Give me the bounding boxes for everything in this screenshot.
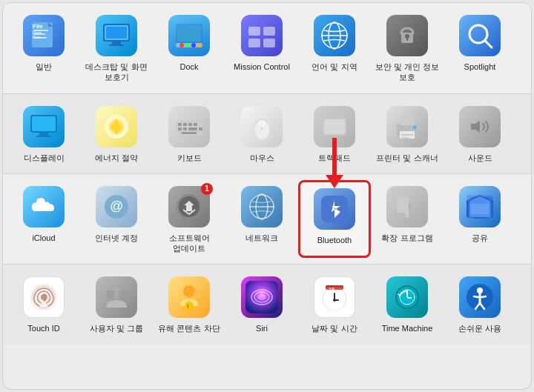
icon-accessibility bbox=[458, 275, 502, 319]
label-users: 사용자 및 그룹 bbox=[90, 323, 143, 333]
svg-line-31 bbox=[485, 41, 492, 47]
svg-point-82 bbox=[185, 302, 194, 310]
label-language: 언어 및 지역 bbox=[312, 62, 357, 72]
pref-item-icloud[interactable]: iCloud bbox=[7, 180, 80, 259]
pref-item-siri[interactable]: Siri bbox=[225, 270, 298, 338]
svg-rect-20 bbox=[263, 27, 275, 36]
icon-language bbox=[312, 13, 357, 58]
pref-item-keyboard[interactable]: 키보드 bbox=[153, 100, 225, 167]
icon-icloud bbox=[22, 185, 66, 229]
section-section1: File New Doc 일반 데스크탑 및 화면 보호기 Dock bbox=[3, 3, 531, 94]
icon-timemachine bbox=[385, 275, 429, 319]
label-mouse: 마우스 bbox=[250, 153, 274, 163]
system-preferences-window: File New Doc 일반 데스크탑 및 화면 보호기 Dock bbox=[2, 2, 532, 390]
label-security: 보안 및 개인 정보 보호 bbox=[374, 62, 441, 83]
section-section3: iCloud @ 인터넷 계정1 소프트웨어 업데이트 네트워크 Bluetoo… bbox=[3, 174, 531, 265]
svg-rect-74 bbox=[471, 204, 489, 214]
section-section4: Touch ID 사용자 및 그룹 ! 유해 콘텐츠 차단 bbox=[3, 265, 531, 344]
icon-general: File New Doc bbox=[22, 13, 66, 58]
pref-item-mouse[interactable]: 마우스 bbox=[225, 100, 298, 167]
svg-rect-44 bbox=[183, 127, 187, 130]
pref-item-datetime[interactable]: 18 날짜 및 시간 bbox=[298, 270, 371, 338]
icon-display bbox=[22, 104, 66, 149]
icon-dock bbox=[167, 13, 211, 58]
label-share: 공유 bbox=[472, 233, 488, 243]
svg-rect-70 bbox=[410, 202, 418, 208]
svg-rect-53 bbox=[324, 119, 345, 134]
label-touchid: Touch ID bbox=[27, 323, 59, 333]
svg-point-95 bbox=[333, 299, 336, 302]
svg-point-18 bbox=[197, 43, 202, 47]
pref-item-sound[interactable]: 사운드 bbox=[444, 100, 516, 167]
icon-software: 1 bbox=[167, 185, 211, 229]
svg-rect-57 bbox=[401, 134, 413, 136]
pref-item-mission[interactable]: Mission Control bbox=[225, 9, 298, 87]
icon-spotlight bbox=[458, 13, 502, 58]
svg-rect-47 bbox=[182, 132, 197, 134]
label-timemachine: Time Machine bbox=[382, 323, 433, 333]
svg-rect-43 bbox=[178, 127, 182, 130]
pref-item-dock[interactable]: Dock bbox=[153, 9, 225, 87]
label-energy: 에너지 절약 bbox=[95, 153, 138, 163]
icon-energy bbox=[94, 104, 139, 149]
icon-desktop bbox=[94, 13, 139, 58]
label-accessibility: 손쉬운 사용 bbox=[458, 323, 501, 333]
label-keyboard: 키보드 bbox=[177, 153, 202, 163]
pref-item-bluetooth[interactable]: Bluetooth bbox=[298, 180, 371, 259]
svg-rect-45 bbox=[188, 127, 197, 130]
label-bluetooth: Bluetooth bbox=[317, 235, 352, 245]
pref-item-security[interactable]: 보안 및 개인 정보 보호 bbox=[371, 9, 444, 87]
pref-item-display[interactable]: 디스플레이 bbox=[7, 100, 80, 167]
svg-point-87 bbox=[257, 294, 266, 300]
svg-point-16 bbox=[185, 43, 190, 47]
svg-rect-11 bbox=[106, 27, 127, 39]
svg-rect-9 bbox=[112, 41, 121, 44]
icon-internet: @ bbox=[94, 185, 139, 229]
icon-network bbox=[240, 185, 284, 229]
label-dock: Dock bbox=[179, 62, 198, 72]
label-sound: 사운드 bbox=[468, 153, 492, 163]
pref-item-parental[interactable]: ! 유해 콘텐츠 차단 bbox=[153, 270, 225, 338]
svg-point-80 bbox=[118, 290, 127, 299]
pref-item-desktop[interactable]: 데스크탑 및 화면 보호기 bbox=[80, 9, 153, 87]
pref-item-accessibility[interactable]: 손쉬운 사용 bbox=[444, 270, 516, 338]
svg-text:Doc: Doc bbox=[33, 35, 41, 39]
icon-printer bbox=[385, 104, 429, 149]
svg-rect-19 bbox=[248, 27, 260, 36]
pref-item-internet[interactable]: @ 인터넷 계정 bbox=[80, 180, 153, 259]
pref-item-general[interactable]: File New Doc 일반 bbox=[7, 9, 80, 87]
svg-rect-29 bbox=[406, 37, 408, 41]
label-datetime: 날짜 및 시간 bbox=[312, 323, 357, 333]
svg-rect-55 bbox=[400, 116, 415, 125]
svg-point-51 bbox=[259, 120, 265, 127]
pref-item-users[interactable]: 사용자 및 그룹 bbox=[80, 270, 153, 338]
icon-extension bbox=[385, 185, 429, 229]
pref-item-touchid[interactable]: Touch ID bbox=[7, 270, 80, 338]
svg-text:@: @ bbox=[110, 199, 123, 213]
pref-item-spotlight[interactable]: Spotlight bbox=[444, 9, 516, 87]
pref-item-share[interactable]: 공유 bbox=[444, 180, 516, 259]
label-extension: 확장 프로그램 bbox=[381, 233, 432, 243]
pref-item-extension[interactable]: 확장 프로그램 bbox=[371, 180, 444, 259]
arrow-indicator bbox=[326, 138, 343, 188]
pref-item-language[interactable]: 언어 및 지역 bbox=[298, 9, 371, 87]
pref-item-printer[interactable]: 프린터 및 스캐너 bbox=[371, 100, 444, 167]
svg-rect-22 bbox=[263, 39, 275, 47]
pref-item-network[interactable]: 네트워크 bbox=[225, 180, 298, 259]
pref-item-software[interactable]: 1 소프트웨어 업데이트 bbox=[153, 180, 225, 259]
svg-point-81 bbox=[183, 285, 195, 297]
icon-mission bbox=[240, 13, 284, 58]
icon-mouse bbox=[240, 104, 284, 149]
label-siri: Siri bbox=[256, 323, 268, 333]
svg-rect-33 bbox=[32, 116, 56, 131]
icon-share bbox=[458, 185, 502, 229]
svg-rect-58 bbox=[401, 137, 409, 139]
icon-parental: ! bbox=[167, 275, 211, 319]
pref-item-timemachine[interactable]: Time Machine bbox=[371, 270, 444, 338]
label-desktop: 데스크탑 및 화면 보호기 bbox=[83, 62, 150, 83]
pref-item-energy[interactable]: 에너지 절약 bbox=[80, 100, 153, 167]
label-parental: 유해 콘텐츠 차단 bbox=[158, 323, 220, 333]
svg-rect-100 bbox=[407, 297, 412, 299]
svg-point-79 bbox=[106, 290, 115, 299]
svg-text:!: ! bbox=[187, 303, 188, 310]
